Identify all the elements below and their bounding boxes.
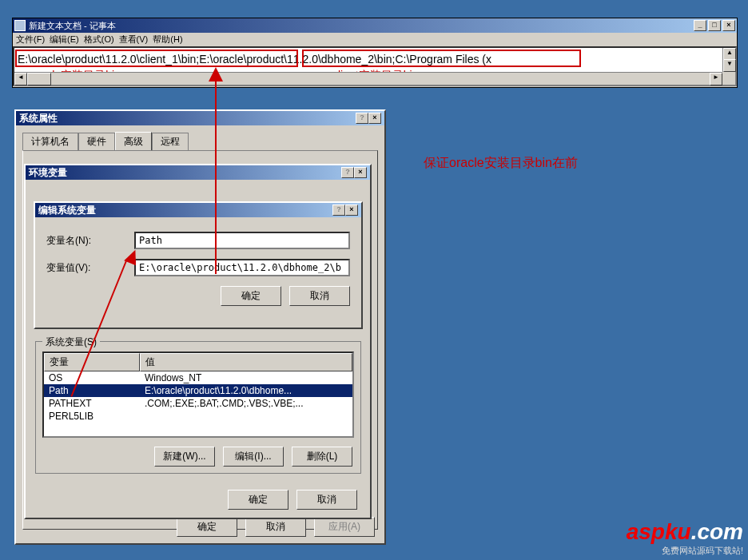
list-row-pathext[interactable]: PATHEXT.COM;.EXE;.BAT;.CMD;.VBS;.VBE;... <box>44 397 352 410</box>
list-header: 变量 值 <box>44 353 352 371</box>
sysprop-titlebar[interactable]: 系统属性 ? × <box>16 111 384 125</box>
menu-format[interactable]: 格式(O) <box>84 34 114 46</box>
sysprop-ok-button[interactable]: 确定 <box>177 517 237 537</box>
watermark-brand-red: aspku <box>627 519 691 544</box>
list-row-os[interactable]: OSWindows_NT <box>44 371 352 384</box>
menu-edit[interactable]: 编辑(E) <box>50 34 79 46</box>
help-button[interactable]: ? <box>341 167 354 178</box>
editdlg-title-text: 编辑系统变量 <box>38 204 332 217</box>
header-value[interactable]: 值 <box>140 353 352 371</box>
watermark: aspku.com 免费网站源码下载站! <box>627 519 743 557</box>
menu-view[interactable]: 查看(V) <box>119 34 149 46</box>
help-button[interactable]: ? <box>332 205 345 216</box>
sysprop-title-text: 系统属性 <box>19 112 356 125</box>
envdlg-cancel-button[interactable]: 取消 <box>296 490 357 510</box>
scroll-left-icon[interactable]: ◄ <box>14 73 27 85</box>
new-button[interactable]: 新建(W)... <box>154 447 215 467</box>
scrollbar-vertical[interactable]: ▲ ▼ <box>722 48 735 72</box>
close-button[interactable]: × <box>722 20 735 31</box>
notepad-titlebar[interactable]: 新建文本文档 - 记事本 _ □ × <box>13 18 737 33</box>
arrow-head-icon <box>209 67 223 81</box>
annotation-arrow-1 <box>215 70 217 274</box>
notepad-textarea[interactable]: E:\oracle\product\11.2.0\client_1\bin;E:… <box>13 46 737 86</box>
editdlg-ok-button[interactable]: 确定 <box>221 286 281 306</box>
tab-remote[interactable]: 远程 <box>152 133 189 151</box>
tab-advanced[interactable]: 高级 <box>115 132 152 150</box>
list-row-path[interactable]: PathE:\oracle\product\11.2.0\dbhome... <box>44 384 352 397</box>
list-row-perl5lib[interactable]: PERL5LIB <box>44 410 352 423</box>
watermark-brand-white: .com <box>691 519 743 544</box>
tab-computer-name[interactable]: 计算机名 <box>22 133 78 151</box>
envdlg-title-text: 环境变量 <box>29 166 341 180</box>
scrollbar-horizontal[interactable]: ◄ ► <box>14 72 722 85</box>
annotation-box-1 <box>15 50 298 67</box>
sysprop-tabs: 计算机名 硬件 高级 远程 <box>22 132 384 150</box>
sysprop-cancel-button[interactable]: 取消 <box>245 517 306 537</box>
scroll-corner <box>722 72 735 85</box>
close-button[interactable]: × <box>354 167 367 178</box>
close-button[interactable]: × <box>345 205 358 216</box>
tab-hardware[interactable]: 硬件 <box>78 133 115 151</box>
sysprop-apply-button[interactable]: 应用(A) <box>314 517 375 537</box>
edit-variable-dialog: 编辑系统变量 ? × 变量名(N): 变量值(V): 确定 取消 <box>34 201 363 329</box>
notepad-menubar[interactable]: 文件(F) 编辑(E) 格式(O) 查看(V) 帮助(H) <box>13 33 737 46</box>
envdlg-ok-button[interactable]: 确定 <box>228 490 288 510</box>
variable-name-label: 变量名(N): <box>46 234 134 248</box>
notepad-icon <box>14 20 26 31</box>
edit-button[interactable]: 编辑(I)... <box>223 447 284 467</box>
close-button[interactable]: × <box>368 113 381 124</box>
editdlg-cancel-button[interactable]: 取消 <box>289 286 350 306</box>
envdlg-titlebar[interactable]: 环境变量 ? × <box>26 165 370 180</box>
system-variables-list[interactable]: 变量 值 OSWindows_NT PathE:\oracle\product\… <box>42 351 354 438</box>
annotation-ensure-order: 保证oracle安装目录bin在前 <box>424 155 578 172</box>
watermark-tagline: 免费网站源码下载站! <box>627 545 743 557</box>
minimize-button[interactable]: _ <box>694 20 706 31</box>
delete-button[interactable]: 删除(L) <box>292 447 352 467</box>
notepad-window: 新建文本文档 - 记事本 _ □ × 文件(F) 编辑(E) 格式(O) 查看(… <box>12 18 738 88</box>
scroll-thumb[interactable] <box>27 73 51 85</box>
maximize-button[interactable]: □ <box>708 20 721 31</box>
scroll-right-icon[interactable]: ► <box>710 73 722 85</box>
variable-name-input[interactable] <box>134 232 350 249</box>
notepad-title: 新建文本文档 - 记事本 <box>29 20 694 32</box>
help-button[interactable]: ? <box>356 113 368 124</box>
header-variable[interactable]: 变量 <box>44 353 140 371</box>
editdlg-titlebar[interactable]: 编辑系统变量 ? × <box>35 203 361 217</box>
variable-value-input[interactable] <box>134 259 350 276</box>
menu-help[interactable]: 帮助(H) <box>153 34 182 46</box>
annotation-box-2 <box>302 50 581 67</box>
menu-file[interactable]: 文件(F) <box>16 34 45 46</box>
scroll-down-icon[interactable]: ▼ <box>723 59 736 72</box>
